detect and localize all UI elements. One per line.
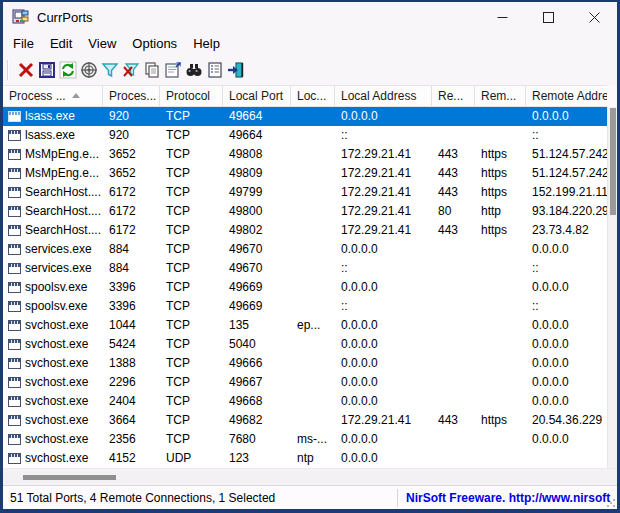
- status-bar: 51 Total Ports, 4 Remote Connections, 1 …: [3, 485, 617, 509]
- cell-protocol: TCP: [160, 316, 223, 335]
- table-row[interactable]: MsMpEng.e... 3652 TCP 49808 172.29.21.41…: [3, 145, 607, 164]
- cell-process-name: SearchHost....: [3, 221, 103, 240]
- table-row[interactable]: lsass.exe 920 TCP 49664 0.0.0.0 0.0.0.0: [3, 107, 607, 126]
- table-row[interactable]: services.exe 884 TCP 49670 :: ::: [3, 259, 607, 278]
- cell-remote-port-name: https: [475, 145, 526, 164]
- column-header-remote-port-name[interactable]: Rem...: [475, 86, 526, 106]
- refresh-button[interactable]: [57, 58, 78, 82]
- copy-button[interactable]: [141, 58, 162, 82]
- cell-local-port: 49664: [223, 107, 291, 126]
- menu-options[interactable]: Options: [124, 34, 185, 53]
- cell-local-port-name: [291, 373, 335, 392]
- report-button[interactable]: [204, 58, 225, 82]
- cell-remote-port-name: [475, 240, 526, 259]
- table-row[interactable]: services.exe 884 TCP 49670 0.0.0.0 0.0.0…: [3, 240, 607, 259]
- crosshair-globe-button[interactable]: [78, 58, 99, 82]
- process-window-icon: [8, 149, 21, 160]
- save-button[interactable]: [36, 58, 57, 82]
- table-row[interactable]: SearchHost.... 6172 TCP 49800 172.29.21.…: [3, 202, 607, 221]
- save-icon: [38, 61, 56, 79]
- cell-process-id: 2296: [103, 373, 160, 392]
- cell-local-address: 172.29.21.41: [335, 164, 432, 183]
- cell-process-name: svchost.exe: [3, 335, 103, 354]
- cell-process-id: 1044: [103, 316, 160, 335]
- cell-local-port-name: [291, 259, 335, 278]
- cell-remote-port-name: https: [475, 164, 526, 183]
- table-row[interactable]: lsass.exe 920 TCP 49664 :: ::: [3, 126, 607, 145]
- clear-filter-button[interactable]: [120, 58, 141, 82]
- process-name-text: MsMpEng.e...: [25, 145, 99, 164]
- table-row[interactable]: svchost.exe 2356 TCP 7680 ms-... 0.0.0.0…: [3, 430, 607, 449]
- cell-remote-port-name: https: [475, 221, 526, 240]
- close-connection-button[interactable]: [15, 58, 36, 82]
- exit-button[interactable]: [225, 58, 246, 82]
- menu-help[interactable]: Help: [185, 34, 228, 53]
- cell-local-port-name: [291, 297, 335, 316]
- column-header-process-id[interactable]: Proces...: [103, 86, 160, 106]
- cell-remote-address: 0.0.0.0: [526, 240, 607, 259]
- table-row[interactable]: svchost.exe 1388 TCP 49666 0.0.0.0 0.0.0…: [3, 354, 607, 373]
- cell-remote-port-name: https: [475, 183, 526, 202]
- column-header-label: Local Address: [341, 89, 416, 103]
- cell-process-name: svchost.exe: [3, 316, 103, 335]
- horizontal-scrollbar[interactable]: [3, 468, 617, 485]
- process-window-icon: [8, 225, 21, 236]
- process-name-text: svchost.exe: [25, 354, 88, 373]
- cell-process-id: 3396: [103, 278, 160, 297]
- cell-remote-port: [432, 354, 475, 373]
- maximize-button[interactable]: [525, 2, 571, 32]
- column-header-local-port[interactable]: Local Port: [223, 86, 291, 106]
- column-header-remote-address[interactable]: Remote Addre: [526, 86, 607, 106]
- column-header-local-address[interactable]: Local Address: [335, 86, 432, 106]
- cell-protocol: TCP: [160, 164, 223, 183]
- process-name-text: SearchHost....: [25, 221, 101, 240]
- table-row[interactable]: MsMpEng.e... 3652 TCP 49809 172.29.21.41…: [3, 164, 607, 183]
- cell-local-port: 7680: [223, 430, 291, 449]
- table-row[interactable]: svchost.exe 2404 TCP 49668 0.0.0.0 0.0.0…: [3, 392, 607, 411]
- cell-remote-address: 51.124.57.242: [526, 164, 607, 183]
- cell-remote-port: [432, 316, 475, 335]
- process-window-icon: [8, 168, 21, 179]
- cell-remote-address: 20.54.36.229: [526, 411, 607, 430]
- clear-filter-icon: [122, 61, 140, 79]
- cell-process-id: 2404: [103, 392, 160, 411]
- table-row[interactable]: svchost.exe 2296 TCP 49667 0.0.0.0 0.0.0…: [3, 373, 607, 392]
- table-row[interactable]: svchost.exe 3664 TCP 49682 172.29.21.41 …: [3, 411, 607, 430]
- cell-local-port: 49800: [223, 202, 291, 221]
- column-header-label: Process ...: [9, 89, 66, 103]
- currports-window: CurrPorts File Edit View Options Help: [0, 0, 620, 513]
- table-row[interactable]: svchost.exe 4152 UDP 123 ntp 0.0.0.0: [3, 449, 607, 468]
- minimize-button[interactable]: [479, 2, 525, 32]
- table-row[interactable]: spoolsv.exe 3396 TCP 49669 :: ::: [3, 297, 607, 316]
- table-row[interactable]: SearchHost.... 6172 TCP 49802 172.29.21.…: [3, 221, 607, 240]
- menu-edit[interactable]: Edit: [42, 34, 80, 53]
- cell-protocol: TCP: [160, 373, 223, 392]
- menu-file[interactable]: File: [5, 34, 42, 53]
- cell-remote-port: [432, 373, 475, 392]
- menu-view[interactable]: View: [80, 34, 124, 53]
- cell-local-address: ::: [335, 297, 432, 316]
- cell-remote-address: 51.124.57.242: [526, 145, 607, 164]
- column-header-local-port-name[interactable]: Loc...: [291, 86, 335, 106]
- cell-local-port: 49664: [223, 126, 291, 145]
- horizontal-scrollbar-thumb[interactable]: [23, 475, 116, 480]
- filter-button[interactable]: [99, 58, 120, 82]
- cell-protocol: TCP: [160, 335, 223, 354]
- vertical-scrollbar[interactable]: [607, 107, 617, 468]
- column-header-remote-port[interactable]: Re...: [432, 86, 475, 106]
- close-button[interactable]: [571, 2, 617, 32]
- cell-process-id: 4152: [103, 449, 160, 468]
- table-row[interactable]: SearchHost.... 6172 TCP 49799 172.29.21.…: [3, 183, 607, 202]
- vertical-scrollbar-thumb[interactable]: [610, 108, 616, 215]
- cell-process-id: 6172: [103, 202, 160, 221]
- column-header-process-name[interactable]: Process ...: [3, 86, 103, 106]
- properties-button[interactable]: [162, 58, 183, 82]
- resize-grip[interactable]: [606, 498, 616, 508]
- table-row[interactable]: svchost.exe 5424 TCP 5040 0.0.0.0 0.0.0.…: [3, 335, 607, 354]
- table-row[interactable]: spoolsv.exe 3396 TCP 49669 0.0.0.0 0.0.0…: [3, 278, 607, 297]
- find-button[interactable]: [183, 58, 204, 82]
- column-header-protocol[interactable]: Protocol: [160, 86, 223, 106]
- cell-process-name: svchost.exe: [3, 449, 103, 468]
- nirsoft-link[interactable]: NirSoft Freeware. http://www.nirsoft: [406, 491, 617, 505]
- table-row[interactable]: svchost.exe 1044 TCP 135 ep... 0.0.0.0 0…: [3, 316, 607, 335]
